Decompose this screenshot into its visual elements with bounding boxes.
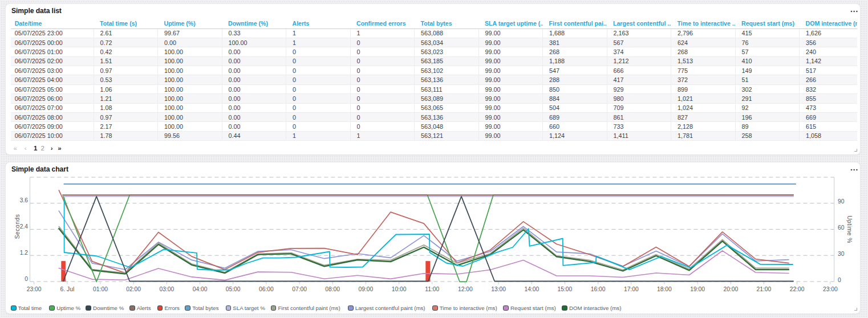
svg-text:6. Jul: 6. Jul bbox=[60, 286, 75, 292]
svg-text:2.4: 2.4 bbox=[20, 223, 29, 230]
svg-text:06:00: 06:00 bbox=[259, 286, 274, 292]
svg-text:07:00: 07:00 bbox=[292, 286, 307, 292]
svg-text:Uptime %: Uptime % bbox=[846, 215, 853, 243]
svg-text:04:00: 04:00 bbox=[193, 286, 208, 292]
svg-text:21:00: 21:00 bbox=[757, 286, 772, 292]
svg-text:05:00: 05:00 bbox=[226, 286, 241, 292]
svg-text:90: 90 bbox=[838, 198, 845, 205]
svg-text:0: 0 bbox=[838, 277, 841, 283]
svg-text:16:00: 16:00 bbox=[591, 286, 606, 292]
svg-text:15:00: 15:00 bbox=[558, 286, 573, 292]
svg-text:60: 60 bbox=[838, 225, 845, 231]
svg-text:01:00: 01:00 bbox=[93, 286, 108, 292]
svg-text:30: 30 bbox=[838, 251, 845, 257]
svg-text:1.2: 1.2 bbox=[20, 250, 29, 256]
svg-text:0: 0 bbox=[25, 276, 28, 282]
svg-text:09:00: 09:00 bbox=[359, 286, 374, 292]
svg-text:03:00: 03:00 bbox=[160, 286, 175, 292]
svg-text:18:00: 18:00 bbox=[657, 286, 672, 292]
svg-text:13:00: 13:00 bbox=[491, 286, 506, 292]
svg-text:14:00: 14:00 bbox=[524, 286, 539, 292]
svg-text:11:00: 11:00 bbox=[425, 286, 439, 292]
svg-text:23:00: 23:00 bbox=[27, 286, 42, 292]
svg-text:10:00: 10:00 bbox=[392, 286, 407, 292]
svg-text:12:00: 12:00 bbox=[458, 286, 473, 292]
svg-text:02:00: 02:00 bbox=[126, 286, 141, 292]
svg-text:08:00: 08:00 bbox=[325, 286, 340, 292]
svg-text:19:00: 19:00 bbox=[690, 286, 705, 292]
svg-text:23:00: 23:00 bbox=[823, 286, 838, 292]
svg-text:17:00: 17:00 bbox=[624, 286, 639, 292]
svg-text:20:00: 20:00 bbox=[723, 286, 738, 292]
svg-text:Seconds: Seconds bbox=[14, 214, 21, 239]
svg-text:22:00: 22:00 bbox=[790, 286, 805, 292]
svg-text:3.6: 3.6 bbox=[20, 197, 29, 203]
